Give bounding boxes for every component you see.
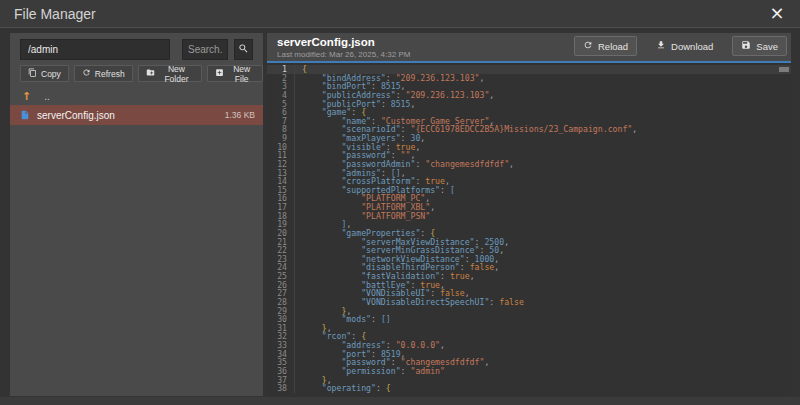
line-number: 4 [267,91,295,100]
line-number: 38 [267,384,295,393]
search-input[interactable] [182,39,228,60]
reload-button[interactable]: Reload [574,36,637,56]
file-size: 1.36 KB [225,110,255,120]
code-text: "operating": { [295,384,391,393]
refresh-button[interactable]: Refresh [74,65,133,82]
path-input[interactable] [20,39,170,60]
parent-directory-row[interactable]: ↑ .. [10,88,263,104]
code-line[interactable]: 36 "permission": "admin" [267,367,791,376]
line-number: 3 [267,82,295,91]
file-row-selected[interactable]: serverConfig.json 1.36 KB [10,105,263,125]
reload-label: Reload [598,41,628,52]
file-icon [20,110,30,120]
editor-panel: serverConfig.json Last modified: Mar 26,… [267,33,791,397]
page-title: File Manager [14,6,96,22]
download-label: Download [671,41,713,52]
new-file-icon [215,68,224,79]
line-number: 7 [267,117,295,126]
last-modified-label: Last modified: Mar 26, 2025, 4:32 PM [277,50,410,59]
up-arrow-icon: ↑ [22,90,31,103]
code-line[interactable]: 30 "mods": [] [267,315,791,324]
footer-strip [0,397,800,405]
code-editor[interactable]: 1{2 "bindAddress": "209.236.123.103",3 "… [267,61,791,397]
new-folder-button[interactable]: New Folder [138,65,203,82]
editor-actions: Reload Download Save [574,36,787,56]
copy-button[interactable]: Copy [20,65,69,82]
refresh-label: Refresh [95,69,125,79]
copy-icon [28,68,37,79]
line-number: 5 [267,100,295,109]
save-label: Save [756,41,778,52]
editor-scrollbar-thumb[interactable] [779,67,789,72]
save-button[interactable]: Save [732,36,787,56]
download-icon [656,40,666,52]
line-number: 8 [267,125,295,134]
new-folder-label: New Folder [159,64,195,84]
editor-filename: serverConfig.json [277,36,375,48]
refresh-icon [82,68,91,79]
code-line[interactable]: 38 "operating": { [267,384,791,393]
search-button[interactable] [234,39,253,60]
download-button[interactable]: Download [647,36,722,56]
close-button[interactable]: × [766,2,788,24]
file-name: serverConfig.json [37,110,218,121]
line-number: 6 [267,108,295,117]
editor-header: serverConfig.json Last modified: Mar 26,… [267,33,791,61]
window-header: File Manager × [0,0,800,28]
code-lines: 1{2 "bindAddress": "209.236.123.103",3 "… [267,65,791,393]
new-folder-icon [146,68,155,79]
save-icon [741,40,751,52]
new-file-label: New File [228,64,255,84]
line-number: 1 [267,65,295,74]
parent-directory-label: .. [44,91,50,102]
new-file-button[interactable]: New File [207,65,263,82]
file-toolbar: Copy Refresh New Folder New File [20,65,263,82]
search-icon [238,42,249,57]
reload-icon [583,40,593,52]
copy-label: Copy [41,69,61,79]
line-number: 2 [267,74,295,83]
file-browser-panel: Copy Refresh New Folder New File ↑ .. se… [10,33,263,396]
